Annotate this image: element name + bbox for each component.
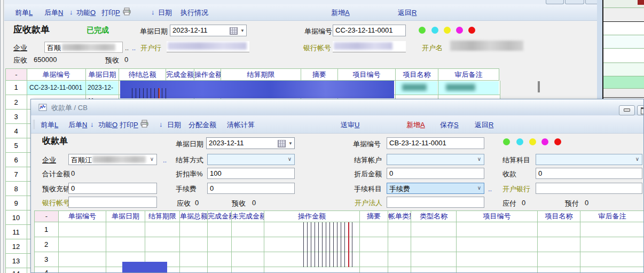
row-number[interactable]: 1 — [5, 81, 27, 95]
printer-icon[interactable] — [140, 120, 149, 129]
settle-method-combo[interactable]: ∨ — [207, 154, 295, 165]
maximize-button[interactable] — [637, 105, 644, 115]
row-number[interactable]: 10 — [5, 210, 27, 225]
doc-no-input[interactable]: CB-23-12-11-0001 — [387, 137, 484, 149]
btn-date[interactable]: 日期 — [167, 120, 181, 130]
btn-add[interactable]: 新增A — [331, 8, 350, 18]
chrome-button-partial[interactable] — [546, 0, 564, 4]
minimize-icon — [624, 108, 630, 112]
settle-account-combo[interactable]: ∨ — [387, 154, 484, 165]
btn-print[interactable]: 打印P — [101, 8, 120, 18]
cell-doc-date[interactable]: 2023-12-11 — [86, 81, 118, 95]
btn-date[interactable]: 日期 — [158, 8, 172, 18]
status-dot-red[interactable] — [554, 138, 561, 145]
enterprise-input[interactable]: 百顺 — [44, 42, 123, 53]
status-dot-cyan[interactable] — [431, 27, 438, 34]
row-number[interactable]: 2 — [5, 95, 27, 110]
cell-review-note[interactable] — [438, 81, 499, 95]
row-number[interactable]: 4 — [34, 267, 58, 273]
scrollbar-thumb[interactable] — [538, 81, 540, 92]
doc-no-input[interactable]: CC-23-12-11-0001 — [333, 25, 406, 36]
btn-print[interactable]: 打印P — [120, 120, 138, 130]
row-number[interactable]: 3 — [34, 252, 58, 267]
btn-functions[interactable]: 功能O — [98, 120, 117, 130]
btn-submit-review[interactable]: 送审U — [341, 120, 359, 130]
fee-input[interactable]: 0 — [207, 183, 295, 194]
btn-return[interactable]: 返回R — [398, 8, 417, 18]
down-arrow-icon[interactable]: ↓ — [151, 8, 155, 16]
chevron-down-icon[interactable]: ∨ — [288, 156, 292, 162]
btn-exec-status[interactable]: 执行情况 — [180, 8, 208, 18]
fee-subject-combo[interactable]: 手续费 ∨ — [387, 183, 484, 194]
redacted-text — [334, 42, 392, 50]
btn-save[interactable]: 保存S — [440, 120, 459, 130]
open-bank-input[interactable] — [536, 183, 642, 194]
status-dot-cyan[interactable] — [516, 138, 523, 145]
row-number[interactable]: 7 — [5, 167, 27, 182]
bank-account-input[interactable] — [68, 197, 157, 208]
mnemonic: N — [82, 121, 87, 129]
status-dot-green[interactable] — [419, 27, 426, 34]
chevron-down-icon[interactable]: ∨ — [635, 156, 639, 162]
chevron-down-icon[interactable]: ∨ — [477, 156, 481, 162]
row-number[interactable]: 9 — [5, 196, 27, 210]
status-dot-magenta[interactable] — [541, 138, 548, 145]
legal-person-input[interactable] — [387, 197, 484, 208]
discount-input[interactable]: 100 — [207, 168, 295, 179]
minimize-button[interactable] — [619, 105, 635, 115]
status-dot-yellow[interactable] — [529, 138, 536, 145]
down-arrow-icon[interactable]: ↓ — [69, 8, 73, 16]
bank-account-input[interactable] — [333, 41, 406, 52]
status-dot-red[interactable] — [468, 27, 475, 34]
row-number[interactable]: 3 — [5, 110, 27, 124]
grid-header: 结算期限 — [145, 210, 180, 222]
bank-branch-input[interactable] — [167, 41, 249, 52]
selected-cell[interactable] — [122, 262, 167, 273]
receipt-input[interactable]: 0 — [536, 168, 642, 179]
advance-offset-input[interactable]: 0 — [68, 183, 157, 194]
row-number[interactable]: 2 — [34, 237, 58, 252]
chevron-down-icon[interactable]: ∨ — [477, 185, 481, 191]
btn-clear-calc[interactable]: 清帐计算 — [227, 120, 255, 130]
doc-date-picker[interactable]: 2023-12-11 ▼ — [170, 25, 247, 36]
chrome-button-partial[interactable] — [565, 0, 584, 4]
down-arrow-icon[interactable]: ↓ — [90, 120, 94, 128]
row-number[interactable]: 8 — [5, 182, 27, 196]
btn-next-doc[interactable]: 后单N — [44, 8, 63, 18]
settle-subject-combo[interactable]: ∨ — [536, 154, 642, 165]
row-number[interactable]: 12 — [5, 239, 27, 254]
btn-add[interactable]: 新增A — [406, 120, 425, 130]
row-number[interactable]: 14 — [5, 267, 27, 273]
lookup-ellipsis-button[interactable]: .. — [132, 44, 136, 52]
grid-header: 摘要 — [301, 68, 338, 81]
btn-functions[interactable]: 功能O — [76, 8, 96, 18]
printer-icon[interactable] — [123, 7, 131, 17]
cell-project-name[interactable] — [396, 81, 437, 95]
status-dot-magenta[interactable] — [456, 27, 463, 34]
status-dot-yellow[interactable] — [444, 27, 451, 34]
btn-return[interactable]: 返回R — [475, 120, 493, 130]
row-number[interactable]: 1 — [34, 222, 58, 237]
fee-subject-label: 手续科目 — [354, 184, 382, 194]
caret-down-icon[interactable]: ▼ — [240, 28, 245, 33]
cell-doc-no[interactable]: CC-23-12-11-0001 — [27, 81, 85, 95]
row-number[interactable]: 4 — [5, 124, 27, 138]
row-number[interactable]: 5 — [5, 138, 27, 153]
enterprise-combo[interactable]: 百顺江 ∨ — [68, 154, 157, 165]
title-bar[interactable]: 收款单 / CB — [31, 99, 643, 116]
btn-allocate-amount[interactable]: 分配金额 — [189, 120, 216, 130]
doc-date-picker[interactable]: 2023-12-11 ▼ — [206, 137, 295, 149]
discounted-input[interactable]: 0 — [387, 168, 484, 179]
chevron-down-icon[interactable]: ∨ — [150, 156, 154, 162]
lookup-ellipsis-button[interactable]: .. — [488, 185, 492, 193]
caret-down-icon[interactable]: ▼ — [288, 141, 293, 146]
row-number[interactable]: 6 — [5, 153, 27, 167]
lookup-ellipsis-button[interactable]: .. — [163, 156, 167, 164]
btn-prev-doc[interactable]: 前单L — [41, 120, 58, 130]
status-dot-green[interactable] — [503, 138, 510, 145]
btn-prev-doc[interactable]: 前单L — [15, 8, 33, 18]
btn-next-doc[interactable]: 后单N — [68, 120, 87, 130]
down-arrow-icon[interactable]: ↓ — [159, 120, 163, 128]
row-number[interactable]: 13 — [5, 254, 27, 268]
row-number[interactable]: 11 — [5, 225, 27, 239]
